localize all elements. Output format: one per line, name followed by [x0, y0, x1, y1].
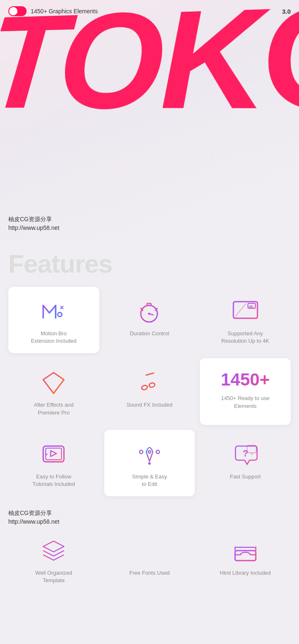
svg-marker-41 — [43, 541, 64, 552]
layers-icon — [40, 538, 67, 564]
feature-card-html: Html Library Included — [200, 526, 291, 593]
svg-line-21 — [43, 373, 54, 380]
svg-text:4K: 4K — [249, 305, 254, 309]
stopwatch-icon — [136, 298, 163, 325]
top-bar: 1450+ Graphics Elements 3.0 — [0, 0, 299, 22]
tutorials-label: Easy to FollowTutorials Included — [32, 473, 75, 488]
svg-point-38 — [148, 451, 151, 453]
chat-icon: ? — [232, 442, 259, 468]
toggle-area[interactable]: 1450+ Graphics Elements — [8, 6, 98, 16]
font-icon — [136, 538, 163, 564]
toggle-label: 1450+ Graphics Elements — [31, 8, 98, 15]
fonts-label: Free Fonts Used — [130, 569, 170, 577]
feature-card-edit: Simple & Easyto Edit — [104, 430, 195, 496]
html-label: Html Library Included — [220, 569, 271, 577]
svg-point-28 — [141, 385, 148, 390]
svg-point-12 — [148, 313, 150, 315]
version-badge: 3.0 — [282, 8, 291, 15]
motion-bro-icon — [40, 298, 67, 325]
number-1450: 1450+ — [221, 370, 270, 390]
diamond-icon — [40, 370, 67, 396]
svg-marker-32 — [51, 451, 56, 456]
feature-card-organized: Well OrganizedTemplate — [8, 526, 99, 593]
features-section: Features — [0, 241, 299, 509]
play-icon — [40, 442, 67, 468]
feature-card-sound: Sound FX Included — [104, 358, 195, 424]
features-heading: Features — [8, 249, 291, 278]
bottom-watermark: 柚皮CG资源分享 http://www.up58.net — [0, 509, 299, 526]
motion-bro-label: Motion BroExtension Included — [31, 330, 76, 345]
svg-point-33 — [46, 454, 47, 455]
music-icon — [136, 370, 163, 396]
feature-card-ae: After Effects andPremiere Pro — [8, 358, 99, 424]
duration-label: Duration Control — [130, 330, 169, 337]
feature-card-4k: 4K Supported AnyResolution Up to 4K — [200, 287, 291, 353]
svg-line-18 — [235, 304, 246, 316]
features-grid: Motion BroExtension Included — [8, 287, 291, 496]
svg-point-39 — [148, 462, 151, 465]
elements-label: 1450+ Ready to useElements — [221, 395, 270, 410]
sound-label: Sound FX Included — [127, 401, 173, 409]
support-label: Fast Support — [230, 473, 260, 481]
svg-point-29 — [149, 383, 155, 388]
svg-point-0 — [58, 312, 62, 317]
hero-watermark: 柚皮CG资源分享 http://www.up58.net — [8, 215, 59, 232]
svg-line-22 — [54, 373, 64, 380]
resolution-label: Supported AnyResolution Up to 4K — [221, 330, 270, 345]
ae-label: After Effects andPremiere Pro — [34, 401, 74, 416]
feature-card-tutorials: Easy to FollowTutorials Included — [8, 430, 99, 496]
monitor-4k-icon: 4K — [232, 298, 259, 325]
hero-section: TOKO 1450+ Graphics Elements 3.0 柚皮CG资源分… — [0, 0, 299, 241]
feature-card-duration: Duration Control — [104, 287, 195, 353]
svg-marker-19 — [43, 373, 64, 393]
svg-rect-6 — [147, 303, 151, 305]
toggle-switch[interactable] — [8, 6, 27, 16]
last-row: Well OrganizedTemplate F — [0, 526, 299, 605]
inbox-icon — [232, 538, 259, 564]
svg-rect-31 — [46, 448, 61, 460]
pen-tool-icon — [136, 442, 163, 468]
organized-label: Well OrganizedTemplate — [35, 569, 72, 584]
feature-card-1450: 1450+ 1450+ Ready to useElements — [200, 358, 291, 424]
feature-card-fonts: Free Fonts Used — [104, 526, 195, 593]
feature-card-support: ? Fast Support — [200, 430, 291, 496]
edit-label: Simple & Easyto Edit — [132, 473, 167, 488]
feature-card-motion-bro: Motion BroExtension Included — [8, 287, 99, 353]
svg-line-27 — [146, 373, 154, 375]
